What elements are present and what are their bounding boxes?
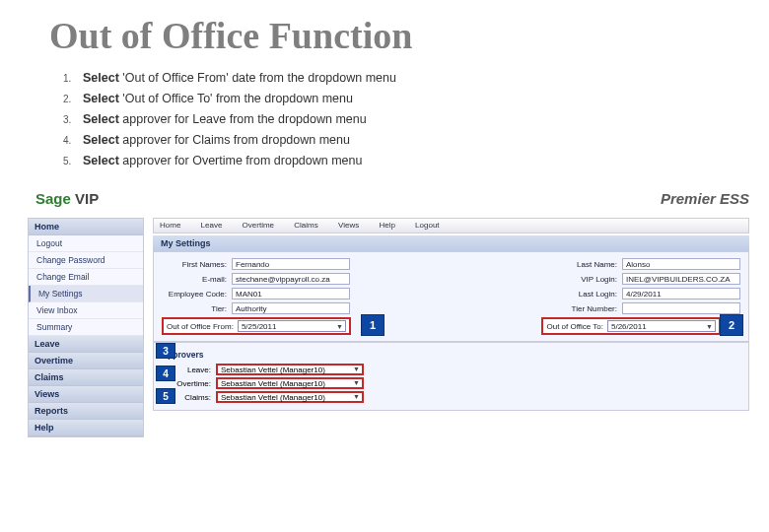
out-of-office-from-box: Out of Office From: 5/25/2011 [162,317,351,335]
menu-leave[interactable]: Leave [201,221,223,230]
menu-overtime[interactable]: Overtime [243,221,274,230]
menu-home[interactable]: Home [160,221,180,230]
callout-3: 3 [156,343,175,359]
main-panel: My Settings First Names:Fernando Last Na… [153,235,749,411]
last-name-value: Alonso [622,258,740,270]
empcode-label: Employee Code: [162,290,227,299]
sidebar-item-logout[interactable]: Logout [29,235,143,252]
callout-1: 1 [361,314,384,336]
sidebar-header-claims[interactable]: Claims [29,369,143,386]
approver-overtime-select[interactable]: Sebastian Vettel (Manager10) [216,377,364,389]
tab-my-settings: My Settings [153,235,749,251]
to-dropdown[interactable]: 5/26/2011 [607,320,716,332]
email-label: E-mail: [162,275,227,284]
menu-views[interactable]: Views [338,221,359,230]
sidebar-item-my-settings[interactable]: My Settings [29,286,143,302]
callout-2: 2 [720,314,743,336]
tier-label: Tier: [162,304,227,313]
logo: Sage VIP [35,190,99,207]
premier-ess-label: Premier ESS [661,190,749,207]
callout-5: 5 [156,388,175,404]
empcode-value: MAN01 [232,288,350,299]
sidebar-header-home[interactable]: Home [29,219,143,235]
sidebar-item-change-email[interactable]: Change Email [29,269,143,286]
step-1: 1.Select 'Out of Office From' date from … [63,71,396,85]
menu-claims[interactable]: Claims [294,221,317,230]
tiernum-value [622,302,740,314]
to-label: Out of Office To: [546,322,603,331]
first-name-label: First Names: [162,260,227,269]
sidebar-header-leave[interactable]: Leave [29,336,143,353]
tiernum-label: Tier Number: [552,304,617,313]
slide-title: Out of Office Function [49,14,412,57]
approver-overtime-row: Overtime: Sebastian Vettel (Manager10) [162,377,740,389]
from-label: Out of Office From: [167,322,234,331]
step-5: 5.Select approver for Overtime from drop… [63,154,396,167]
menu-help[interactable]: Help [379,221,394,230]
step-2: 2.Select 'Out of Office To' from the dro… [63,92,396,105]
approvers-header: Approvers [162,348,740,362]
approver-claims-select[interactable]: Sebastian Vettel (Manager10) [216,391,364,403]
from-dropdown[interactable]: 5/25/2011 [238,320,346,332]
viplogin-value: INEL@VIPBUILDERS.CO.ZA [622,273,740,285]
lastlogin-value: 4/29/2011 [622,288,740,299]
sidebar-item-view-inbox[interactable]: View Inbox [29,302,143,319]
out-of-office-to-box: Out of Office To: 5/26/2011 [541,317,721,335]
approver-leave-select[interactable]: Sebastian Vettel (Manager10) [216,364,364,375]
sidebar-header-views[interactable]: Views [29,386,143,403]
approver-claims-row: Claims: Sebastian Vettel (Manager10) [162,391,740,403]
sidebar-header-overtime[interactable]: Overtime [29,353,143,369]
lastlogin-label: Last Login: [552,290,617,299]
callout-4: 4 [156,366,175,381]
sidebar-item-summary[interactable]: Summary [29,319,143,336]
menu-logout[interactable]: Logout [415,221,439,230]
email-value: stechane@vippayroll.co.za [232,273,350,285]
app-screenshot: Sage VIP Premier ESS Home Leave Overtime… [20,190,749,427]
step-3: 3.Select approver for Leave from the dro… [63,112,396,126]
approver-leave-row: Leave: Sebastian Vettel (Manager10) [162,364,740,375]
viplogin-label: VIP Login: [552,275,617,284]
settings-form: First Names:Fernando Last Name:Alonso E-… [153,251,749,342]
sidebar: Home Logout Change Password Change Email… [28,218,144,437]
instruction-list: 1.Select 'Out of Office From' date from … [63,71,396,174]
tier-value: Authority [232,302,350,314]
step-4: 4.Select approver for Claims from dropdo… [63,133,396,147]
sidebar-header-help[interactable]: Help [29,420,143,436]
sidebar-item-change-password[interactable]: Change Password [29,252,143,269]
last-name-label: Last Name: [552,260,617,269]
menu-bar: Home Leave Overtime Claims Views Help Lo… [153,218,749,233]
approvers-panel: Approvers Leave: Sebastian Vettel (Manag… [153,342,749,411]
sidebar-header-reports[interactable]: Reports [29,403,143,420]
first-name-value: Fernando [232,258,350,270]
